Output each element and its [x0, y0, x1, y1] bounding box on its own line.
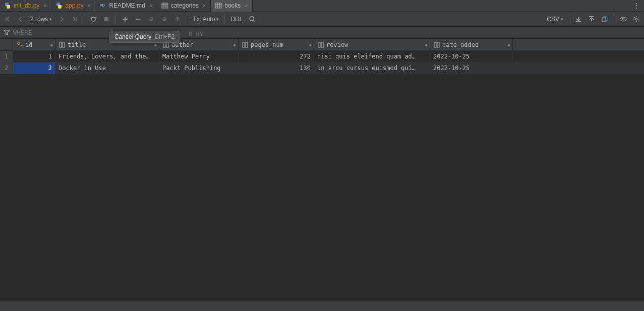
cell-id[interactable]: 2 — [13, 63, 55, 74]
tab-app[interactable]: app.py × — [51, 0, 95, 12]
remove-row-button[interactable] — [133, 14, 144, 25]
chevron-down-icon: ▾ — [216, 17, 219, 22]
close-icon[interactable]: × — [42, 3, 48, 9]
cell-id[interactable]: 1 — [13, 51, 55, 62]
tab-categories[interactable]: categories × — [157, 0, 211, 12]
search-button[interactable] — [247, 14, 258, 25]
revert-button[interactable] — [146, 14, 157, 25]
column-header-id[interactable]: id ◆ — [13, 39, 55, 50]
separator — [187, 14, 187, 24]
tab-init-db[interactable]: init_db.py × — [0, 0, 51, 12]
table-icon — [215, 2, 222, 9]
separator — [115, 14, 116, 24]
sort-icon: ◆ — [425, 42, 428, 47]
separator — [84, 14, 84, 24]
results-grid: id ◆ title ◆ author ◆ pages_num ◆ review… — [0, 39, 644, 74]
add-row-button[interactable] — [120, 14, 131, 25]
column-name: review — [326, 41, 348, 48]
cell-date-added[interactable]: 2022-10-25 — [430, 51, 513, 62]
cell-author[interactable]: Matthew Perry — [159, 51, 239, 62]
table-row[interactable]: 2 2 Docker in Use Packt Publishing 130 i… — [0, 63, 644, 74]
chevron-down-icon: ▾ — [49, 17, 52, 22]
sort-icon: ◆ — [309, 42, 312, 47]
next-page-button[interactable] — [56, 14, 67, 25]
cell-pages-num[interactable]: 130 — [239, 63, 314, 74]
close-icon[interactable]: × — [201, 3, 207, 9]
column-icon — [433, 41, 440, 48]
close-icon[interactable]: × — [86, 3, 92, 9]
svg-rect-20 — [243, 42, 245, 47]
sort-icon: ◆ — [508, 42, 510, 47]
export-format-dropdown[interactable]: CSV▾ — [545, 16, 565, 23]
column-header-pages-num[interactable]: pages_num ◆ — [239, 39, 314, 50]
prev-page-button[interactable] — [15, 14, 26, 25]
column-icon — [242, 41, 249, 48]
submit-button[interactable] — [172, 14, 183, 25]
close-icon[interactable]: × — [148, 3, 154, 9]
row-number-header[interactable] — [0, 39, 13, 50]
filter-bar[interactable]: WHERE — [0, 27, 644, 39]
table-row[interactable]: 1 1 Friends, Lovers, and the… Matthew Pe… — [0, 51, 644, 63]
svg-rect-23 — [321, 42, 323, 47]
column-icon — [317, 41, 324, 48]
cancel-query-tooltip: Cancel Query Ctrl+F2 — [109, 31, 180, 43]
tab-label: categories — [171, 2, 199, 9]
csv-label: CSV — [547, 16, 559, 23]
tooltip-shortcut: Ctrl+F2 — [154, 33, 174, 40]
copy-to-button[interactable] — [599, 14, 610, 25]
cell-author[interactable]: Packt Publishing — [159, 63, 239, 74]
ddl-label: DDL — [230, 16, 243, 23]
svg-point-14 — [635, 18, 637, 20]
cell-title[interactable]: Friends, Lovers, and the… — [55, 51, 159, 62]
column-name: id — [25, 41, 32, 48]
status-bar — [0, 301, 644, 311]
column-header-review[interactable]: review ◆ — [314, 39, 430, 50]
header-row: id ◆ title ◆ author ◆ pages_num ◆ review… — [0, 39, 644, 51]
cell-review[interactable]: in arcu cursus euismod qui… — [314, 63, 430, 74]
ddl-button[interactable]: DDL — [228, 16, 245, 23]
python-file-icon — [55, 2, 63, 9]
tooltip-label: Cancel Query — [114, 33, 151, 40]
row-number[interactable]: 2 — [0, 63, 13, 74]
tab-label: books — [224, 2, 241, 9]
clone-row-button[interactable] — [159, 14, 170, 25]
first-page-button[interactable] — [2, 14, 13, 25]
data-toolbar: 2 rows▾ Tx: Auto▾ DDL CSV▾ — [0, 12, 644, 27]
row-count-label: 2 rows — [30, 16, 48, 23]
view-button[interactable] — [618, 14, 629, 25]
row-number[interactable]: 1 — [0, 51, 13, 62]
table-icon — [161, 2, 168, 9]
separator — [224, 14, 225, 24]
column-header-date-added[interactable]: date_added ◆ — [430, 39, 513, 50]
tab-label: README.md — [109, 2, 145, 9]
column-name: date_added — [442, 41, 479, 48]
column-name: title — [68, 41, 86, 48]
python-file-icon — [4, 2, 11, 9]
tab-books[interactable]: books × — [211, 0, 253, 12]
close-icon[interactable]: × — [243, 3, 249, 9]
reload-button[interactable] — [88, 14, 99, 25]
editor-tabs: init_db.py × app.py × README.md × catego… — [0, 0, 644, 12]
tabs-overflow-button[interactable]: ⋮ — [632, 2, 644, 10]
import-upload-button[interactable] — [586, 14, 597, 25]
tab-readme[interactable]: README.md × — [95, 0, 157, 12]
svg-rect-12 — [602, 18, 606, 22]
svg-rect-0 — [162, 3, 168, 8]
cell-date-added[interactable]: 2022-10-25 — [430, 63, 513, 74]
svg-rect-10 — [104, 17, 108, 21]
sort-icon: ◆ — [50, 42, 53, 47]
svg-rect-17 — [63, 42, 65, 47]
cell-pages-num[interactable]: 272 — [239, 51, 314, 62]
last-page-button[interactable] — [69, 14, 80, 25]
chevron-down-icon: ▾ — [561, 17, 563, 22]
cancel-query-button[interactable] — [101, 14, 112, 25]
tx-mode-dropdown[interactable]: Tx: Auto▾ — [191, 16, 221, 23]
cell-review[interactable]: nisi quis eleifend quam ad… — [314, 51, 430, 62]
settings-button[interactable] — [631, 14, 642, 25]
svg-rect-22 — [318, 42, 320, 47]
where-placeholder: WHERE — [13, 29, 32, 36]
export-download-button[interactable] — [573, 14, 584, 25]
separator — [569, 14, 569, 24]
cell-title[interactable]: Docker in Use — [55, 63, 159, 74]
row-count-dropdown[interactable]: 2 rows▾ — [28, 16, 54, 23]
